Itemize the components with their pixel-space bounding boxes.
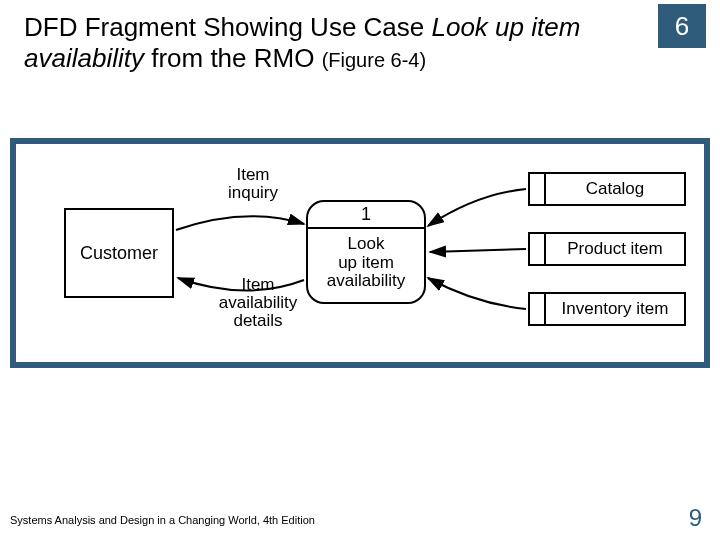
chapter-badge: 6 [658,4,706,48]
dfd-diagram: Customer 1 Look up item availability Cat… [16,144,704,362]
title-prefix: DFD Fragment Showing Use Case [24,12,431,42]
footer-book-title: Systems Analysis and Design in a Changin… [10,514,315,526]
diagram-container: Customer 1 Look up item availability Cat… [10,138,710,368]
title-suffix: from the RMO [144,43,322,73]
title-figure-ref: (Figure 6-4) [322,49,426,71]
slide-title: DFD Fragment Showing Use Case Look up it… [24,12,624,74]
arrows-layer [16,144,704,362]
footer-page-number: 9 [689,504,702,532]
